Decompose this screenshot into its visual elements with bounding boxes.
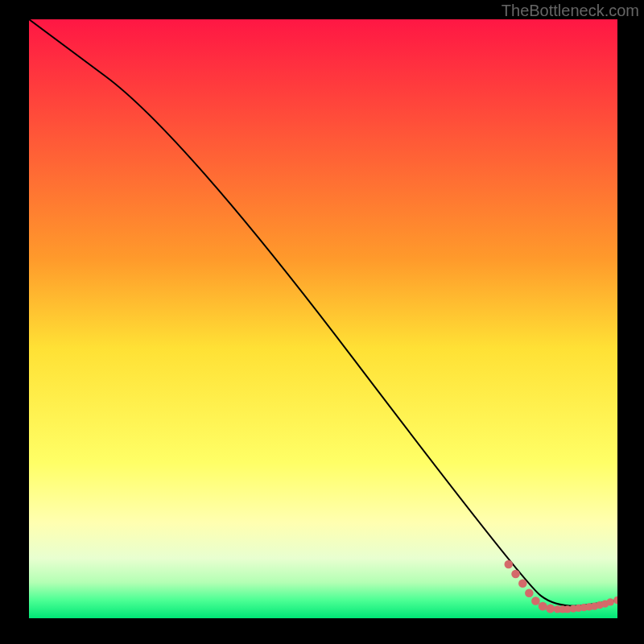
data-marker xyxy=(531,597,540,605)
data-marker xyxy=(546,605,555,613)
data-marker xyxy=(525,588,534,597)
data-marker xyxy=(539,602,547,611)
chart-frame: TheBottleneck.com xyxy=(0,0,644,644)
data-marker xyxy=(607,598,614,605)
data-marker xyxy=(511,570,520,579)
chart-svg xyxy=(29,19,617,618)
plot-area xyxy=(29,19,617,618)
data-marker xyxy=(518,580,527,588)
watermark-text: TheBottleneck.com xyxy=(502,2,639,20)
data-marker xyxy=(504,560,513,569)
